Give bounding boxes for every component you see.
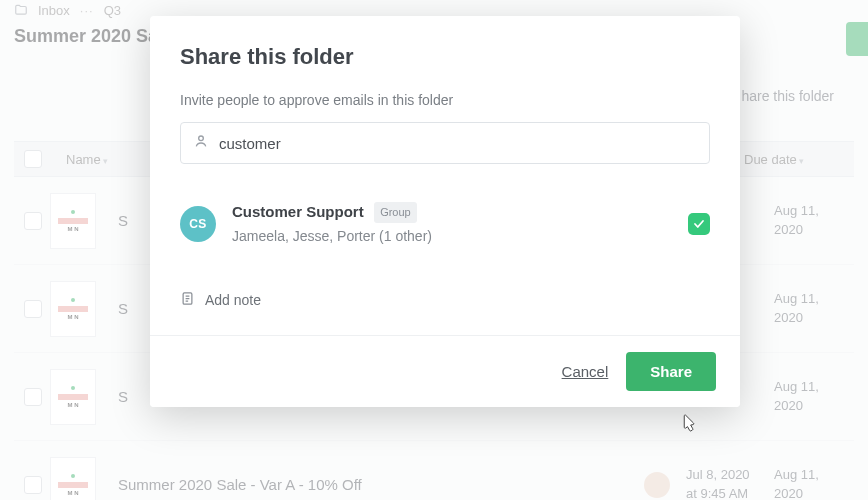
person-icon <box>193 133 209 153</box>
cancel-button[interactable]: Cancel <box>562 363 609 380</box>
result-name: Customer Support <box>232 203 364 220</box>
invite-search-input[interactable] <box>219 135 697 152</box>
svg-point-0 <box>199 136 204 141</box>
selected-check-icon[interactable] <box>688 213 710 235</box>
group-avatar: CS <box>180 206 216 242</box>
group-badge: Group <box>374 202 417 223</box>
modal-subtitle: Invite people to approve emails in this … <box>180 92 710 108</box>
add-note-button[interactable]: Add note <box>180 291 710 309</box>
add-note-label: Add note <box>205 292 261 308</box>
modal-footer: Cancel Share <box>150 335 740 407</box>
search-result-item[interactable]: CS Customer Support Group Jameela, Jesse… <box>180 200 710 247</box>
note-icon <box>180 291 195 309</box>
invite-search-wrapper[interactable] <box>180 122 710 164</box>
share-folder-modal: Share this folder Invite people to appro… <box>150 16 740 407</box>
modal-title: Share this folder <box>180 44 710 70</box>
result-members: Jameela, Jesse, Porter (1 other) <box>232 226 672 247</box>
share-button[interactable]: Share <box>626 352 716 391</box>
